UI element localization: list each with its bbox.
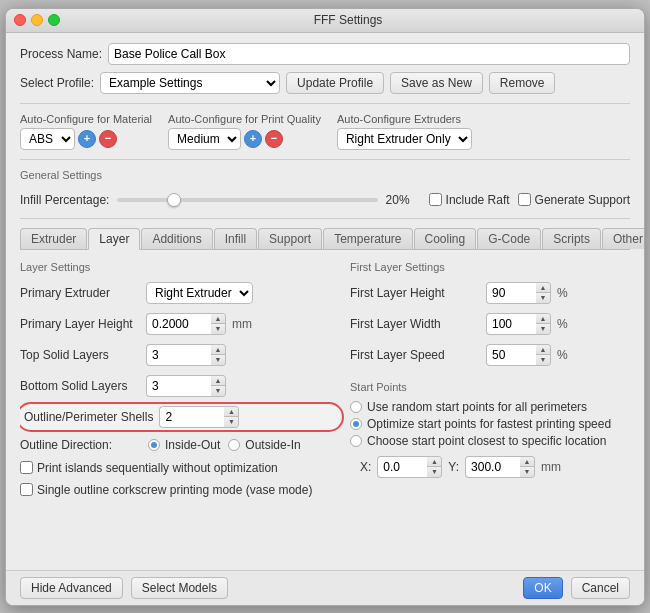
- outline-shells-arrows[interactable]: ▲ ▼: [224, 406, 239, 428]
- maximize-button[interactable]: [48, 14, 60, 26]
- tab-gcode[interactable]: G-Code: [477, 228, 541, 249]
- bottom-solid-up[interactable]: ▲: [211, 376, 225, 386]
- main-window: FFF Settings Process Name: Select Profil…: [5, 8, 645, 606]
- start-option3[interactable]: Choose start point closest to specific l…: [350, 434, 630, 448]
- start-option2[interactable]: Optimize start points for fastest printi…: [350, 417, 630, 431]
- top-solid-input[interactable]: [146, 344, 211, 366]
- x-down[interactable]: ▼: [427, 467, 441, 477]
- y-arrows[interactable]: ▲ ▼: [520, 456, 535, 478]
- first-layer-speed-up[interactable]: ▲: [536, 345, 550, 355]
- layer-height-input[interactable]: [146, 313, 211, 335]
- start-points-options: Use random start points for all perimete…: [350, 400, 630, 448]
- tab-support[interactable]: Support: [258, 228, 322, 249]
- tab-cooling[interactable]: Cooling: [414, 228, 477, 249]
- quality-remove-button[interactable]: −: [265, 130, 283, 148]
- process-name-input[interactable]: [108, 43, 630, 65]
- include-raft-checkbox[interactable]: Include Raft: [429, 193, 510, 207]
- remove-button[interactable]: Remove: [489, 72, 556, 94]
- first-layer-speed-arrows[interactable]: ▲ ▼: [536, 344, 551, 366]
- extruder-select[interactable]: Right Extruder Only: [337, 128, 472, 150]
- first-layer-width-label: First Layer Width: [350, 317, 480, 331]
- minimize-button[interactable]: [31, 14, 43, 26]
- generate-support-checkbox[interactable]: Generate Support: [518, 193, 630, 207]
- first-layer-width-up[interactable]: ▲: [536, 314, 550, 324]
- primary-extruder-select[interactable]: Right Extruder: [146, 282, 253, 304]
- close-button[interactable]: [14, 14, 26, 26]
- tab-scripts[interactable]: Scripts: [542, 228, 601, 249]
- start-option1-icon[interactable]: [350, 401, 362, 413]
- outside-in-radio[interactable]: Outside-In: [228, 438, 300, 452]
- hide-advanced-button[interactable]: Hide Advanced: [20, 577, 123, 599]
- top-solid-up[interactable]: ▲: [211, 345, 225, 355]
- infill-slider-container: [117, 191, 377, 209]
- tab-temperature[interactable]: Temperature: [323, 228, 412, 249]
- tab-other[interactable]: Other: [602, 228, 644, 249]
- first-layer-width-input[interactable]: [486, 313, 536, 335]
- first-layer-height-down[interactable]: ▼: [536, 293, 550, 303]
- profile-select[interactable]: Example Settings: [100, 72, 280, 94]
- y-up[interactable]: ▲: [520, 457, 534, 467]
- tab-additions[interactable]: Additions: [141, 228, 212, 249]
- outline-direction-row: Outline Direction: Inside-Out Outside-In: [20, 438, 340, 452]
- y-down[interactable]: ▼: [520, 467, 534, 477]
- bottom-solid-arrows[interactable]: ▲ ▼: [211, 375, 226, 397]
- x-input[interactable]: [377, 456, 427, 478]
- generate-support-check[interactable]: [518, 193, 531, 206]
- y-input[interactable]: [465, 456, 520, 478]
- bottom-solid-down[interactable]: ▼: [211, 386, 225, 396]
- first-layer-height-arrows[interactable]: ▲ ▼: [536, 282, 551, 304]
- divider-3: [20, 218, 630, 219]
- vase-mode-checkbox[interactable]: [20, 483, 33, 496]
- first-layer-speed-spinner: ▲ ▼: [486, 344, 551, 366]
- outside-in-radio-icon[interactable]: [228, 439, 240, 451]
- first-layer-speed-input[interactable]: [486, 344, 536, 366]
- first-layer-width-arrows[interactable]: ▲ ▼: [536, 313, 551, 335]
- inside-out-radio-icon[interactable]: [148, 439, 160, 451]
- material-select[interactable]: ABS: [20, 128, 75, 150]
- include-raft-check[interactable]: [429, 193, 442, 206]
- outline-shells-up[interactable]: ▲: [224, 407, 238, 417]
- layer-height-spinner: ▲ ▼: [146, 313, 226, 335]
- top-solid-down[interactable]: ▼: [211, 355, 225, 365]
- material-combo-row: ABS + −: [20, 128, 152, 150]
- inside-out-label: Inside-Out: [165, 438, 220, 452]
- start-option2-icon[interactable]: [350, 418, 362, 430]
- outline-shells-input[interactable]: [159, 406, 224, 428]
- layer-height-down[interactable]: ▼: [211, 324, 225, 334]
- tab-extruder[interactable]: Extruder: [20, 228, 87, 249]
- quality-add-button[interactable]: +: [244, 130, 262, 148]
- select-models-button[interactable]: Select Models: [131, 577, 228, 599]
- save-as-new-button[interactable]: Save as New: [390, 72, 483, 94]
- update-profile-button[interactable]: Update Profile: [286, 72, 384, 94]
- first-layer-height-unit: %: [557, 286, 568, 300]
- checkbox2-row: Single outline corkscrew printing mode (…: [20, 483, 340, 497]
- sequential-checkbox[interactable]: [20, 461, 33, 474]
- x-up[interactable]: ▲: [427, 457, 441, 467]
- first-layer-speed-down[interactable]: ▼: [536, 355, 550, 365]
- inside-out-radio[interactable]: Inside-Out: [148, 438, 220, 452]
- cancel-button[interactable]: Cancel: [571, 577, 630, 599]
- infill-label: Infill Percentage:: [20, 193, 109, 207]
- first-layer-height-up[interactable]: ▲: [536, 283, 550, 293]
- tab-layer[interactable]: Layer: [88, 228, 140, 250]
- ok-button[interactable]: OK: [523, 577, 562, 599]
- start-option1[interactable]: Use random start points for all perimete…: [350, 400, 630, 414]
- first-layer-height-input[interactable]: [486, 282, 536, 304]
- material-remove-button[interactable]: −: [99, 130, 117, 148]
- first-layer-width-down[interactable]: ▼: [536, 324, 550, 334]
- outline-shells-row: Outline/Perimeter Shells ▲ ▼: [20, 404, 340, 430]
- material-add-button[interactable]: +: [78, 130, 96, 148]
- quality-select[interactable]: Medium: [168, 128, 241, 150]
- x-spinner: ▲ ▼: [377, 456, 442, 478]
- top-solid-arrows[interactable]: ▲ ▼: [211, 344, 226, 366]
- bottom-solid-input[interactable]: [146, 375, 211, 397]
- first-layer-width-unit: %: [557, 317, 568, 331]
- outline-shells-down[interactable]: ▼: [224, 417, 238, 427]
- layer-height-up[interactable]: ▲: [211, 314, 225, 324]
- traffic-lights: [14, 14, 60, 26]
- x-arrows[interactable]: ▲ ▼: [427, 456, 442, 478]
- tab-infill[interactable]: Infill: [214, 228, 257, 249]
- infill-slider[interactable]: [117, 198, 377, 202]
- start-option3-icon[interactable]: [350, 435, 362, 447]
- layer-height-arrows[interactable]: ▲ ▼: [211, 313, 226, 335]
